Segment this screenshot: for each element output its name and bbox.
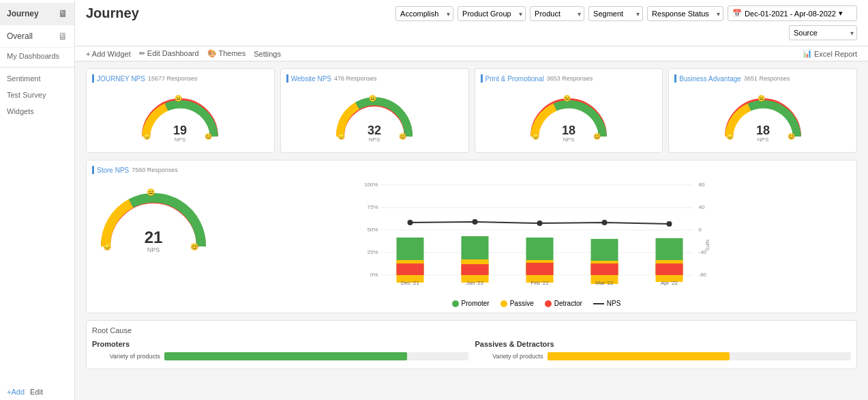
- svg-text:Mar '22: Mar '22: [595, 280, 614, 286]
- promoters-chart: Promoters Variety of products: [92, 340, 468, 363]
- sidebar-item-sentiment[interactable]: Sentiment: [0, 70, 74, 87]
- root-cause-content: Promoters Variety of products Passives &…: [92, 340, 851, 363]
- filter-row: Accomplish Product Group Product Segment: [395, 5, 857, 21]
- legend-nps: NPS: [593, 300, 621, 307]
- gauge-business: 18 NPS 😞 😊 😐: [674, 85, 851, 147]
- segment-filter-wrap: Segment: [588, 6, 643, 21]
- svg-text:19: 19: [173, 124, 187, 137]
- svg-text:😊: 😊: [593, 132, 601, 141]
- promoter-bar-track: [164, 352, 468, 360]
- pd-bar-row: Variety of products: [475, 352, 852, 360]
- segment-filter[interactable]: Segment: [588, 6, 643, 21]
- sidebar-item-overall[interactable]: Overall 🖥: [0, 25, 74, 48]
- promoter-bar-fill: [164, 352, 407, 360]
- bar-detractor-feb: [526, 263, 554, 275]
- themes-button[interactable]: 🎨 Themes: [207, 49, 246, 58]
- accomplish-filter-wrap: Accomplish: [395, 6, 453, 21]
- svg-text:😐: 😐: [175, 94, 183, 102]
- settings-button[interactable]: Settings: [254, 50, 281, 58]
- svg-text:😊: 😊: [190, 242, 199, 251]
- product-group-filter-wrap: Product Group: [458, 6, 526, 21]
- svg-text:0: 0: [699, 227, 702, 233]
- svg-text:😊: 😊: [788, 132, 796, 141]
- bar-detractor-apr: [656, 263, 683, 275]
- svg-text:NPS: NPS: [757, 137, 768, 143]
- nps-point-mar: [602, 220, 608, 225]
- svg-text:-80: -80: [699, 272, 707, 278]
- svg-text:Apr '22: Apr '22: [661, 280, 678, 286]
- svg-text:25%: 25%: [367, 249, 378, 255]
- nps-point-apr: [667, 221, 672, 227]
- promoter-bar-row: Variety of products: [92, 352, 468, 360]
- accomplish-filter[interactable]: Accomplish: [395, 6, 453, 21]
- store-gauge: 21 NPS 😞 😊 😐: [92, 178, 215, 260]
- nps-card-title-business: Business Advantage 3651 Responses: [674, 74, 851, 83]
- source-filter[interactable]: Source: [789, 25, 857, 40]
- svg-text:Dec '21: Dec '21: [401, 280, 419, 286]
- svg-text:😐: 😐: [563, 94, 571, 102]
- promoter-dot: [452, 300, 459, 307]
- product-group-filter[interactable]: Product Group: [458, 6, 526, 21]
- gauge-journey: 19 NPS 😞 😊 😐: [92, 85, 269, 147]
- sidebar-item-widgets[interactable]: Widgets: [0, 103, 74, 119]
- sidebar-monitor-icon-2: 🖥: [58, 31, 68, 42]
- svg-text:40: 40: [699, 204, 705, 210]
- toolbar: + Add Widget ✏ Edit Dashboard 🎨 Themes S…: [75, 46, 868, 61]
- sidebar-item-label: Overall: [7, 31, 33, 41]
- nps-card-print: Print & Promotional 3653 Responses 18 NP…: [475, 68, 663, 153]
- sidebar: Journey 🖥 Overall 🖥 My Dashboards Sentim…: [0, 0, 75, 400]
- add-button[interactable]: +Add: [7, 388, 25, 396]
- excel-report-button[interactable]: 📊 Excel Report: [803, 49, 857, 58]
- calendar-icon: 📅: [732, 9, 742, 18]
- bar-detractor-mar: [591, 263, 618, 275]
- date-range-text: Dec-01-2021 - Apr-08-2022: [745, 10, 836, 18]
- svg-text:😐: 😐: [369, 94, 377, 102]
- bar-chart-svg: 100% 75% 50% 25% 0% 80 40 0 -40 -80 NPS: [222, 178, 851, 294]
- svg-text:21: 21: [145, 228, 163, 246]
- svg-text:75%: 75%: [367, 204, 378, 210]
- passive-dot: [500, 300, 507, 307]
- svg-text:18: 18: [756, 124, 770, 137]
- root-cause-section: Root Cause Promoters Variety of products…: [86, 320, 857, 369]
- gauge-print: 18 NPS 😞 😊 😐: [481, 85, 657, 147]
- store-nps-title: Store NPS 7560 Responses: [92, 166, 851, 174]
- sidebar-item-label: Journey: [7, 9, 39, 18]
- nps-card-website: Website NPS 476 Responses 32 NPS 😞 😊 😐: [280, 68, 469, 153]
- svg-text:NPS: NPS: [175, 137, 185, 143]
- sidebar-item-journey[interactable]: Journey 🖥: [0, 3, 74, 25]
- svg-text:100%: 100%: [364, 182, 378, 188]
- nps-point-jan: [473, 219, 478, 225]
- svg-text:NPS: NPS: [147, 246, 160, 253]
- product-filter[interactable]: Product: [530, 6, 584, 21]
- promoters-title: Promoters: [92, 340, 468, 348]
- detractor-dot: [545, 300, 552, 307]
- chevron-down-icon: ▾: [839, 9, 843, 18]
- edit-dashboard-button[interactable]: ✏ Edit Dashboard: [139, 49, 199, 58]
- passives-detractors-chart: Passives & Detractors Variety of product…: [475, 340, 852, 363]
- response-status-filter-wrap: Response Status: [647, 6, 723, 21]
- svg-text:😞: 😞: [726, 132, 734, 141]
- legend-passive: Passive: [500, 300, 534, 307]
- store-nps-card: Store NPS 7560 Responses 21 NPS 😞: [86, 160, 857, 313]
- bar-detractor-dec: [397, 263, 424, 275]
- sidebar-item-test-survey[interactable]: Test Survey: [0, 87, 74, 103]
- svg-text:NPS: NPS: [704, 240, 710, 251]
- root-cause-title: Root Cause: [92, 326, 851, 334]
- sidebar-divider: [0, 67, 74, 68]
- nps-card-title-print: Print & Promotional 3653 Responses: [481, 74, 657, 83]
- date-range-filter[interactable]: 📅 Dec-01-2021 - Apr-08-2022 ▾: [728, 5, 857, 21]
- add-widget-button[interactable]: + Add Widget: [86, 50, 131, 58]
- svg-text:😞: 😞: [143, 132, 151, 141]
- nps-line-legend: [593, 303, 604, 304]
- sidebar-item-my-dashboards[interactable]: My Dashboards: [0, 48, 74, 64]
- excel-icon: 📊: [803, 49, 812, 58]
- passives-detractors-title: Passives & Detractors: [475, 340, 852, 348]
- content-area: JOURNEY NPS 15677 Responses 19 NPS 😞 😊 😐: [75, 61, 868, 400]
- response-status-filter[interactable]: Response Status: [647, 6, 723, 21]
- svg-text:😐: 😐: [147, 188, 155, 197]
- page-title: Journey: [86, 5, 139, 21]
- edit-button[interactable]: Edit: [30, 388, 43, 396]
- svg-text:😞: 😞: [103, 242, 112, 251]
- svg-text:Feb '22: Feb '22: [530, 280, 549, 286]
- svg-text:50%: 50%: [367, 227, 378, 233]
